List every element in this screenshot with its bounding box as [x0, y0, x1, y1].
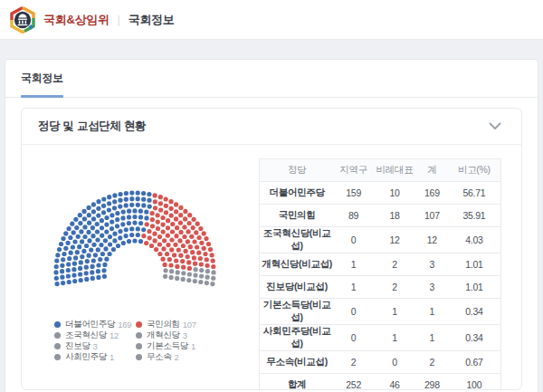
seat-dot: [188, 244, 193, 249]
seat-dot: [178, 213, 183, 217]
legend-seat-count: 3: [183, 330, 187, 340]
seat-dot: [186, 254, 190, 259]
seat-dot: [87, 253, 91, 258]
seat-dot: [164, 210, 168, 215]
party-name-cell: 기본소득당(비교섭): [260, 299, 335, 325]
seat-dot: [118, 205, 122, 209]
seat-dot: [153, 193, 157, 197]
seat-dot: [104, 215, 109, 220]
seat-dot: [127, 215, 131, 219]
seat-dot: [205, 269, 210, 273]
seat-dot: [173, 243, 177, 247]
seat-dot: [203, 252, 207, 256]
value-cell: 100: [448, 374, 501, 391]
value-cell: 107: [416, 205, 448, 227]
seat-dot: [163, 263, 167, 267]
value-cell: 0: [334, 325, 373, 351]
seat-dot: [57, 247, 62, 252]
assembly-logo-icon[interactable]: [9, 6, 36, 33]
seat-dot: [124, 227, 129, 232]
seat-dot: [198, 256, 203, 261]
seat-dot: [161, 246, 166, 251]
party-table-body: 더불어민주당1591016956.71국민의힘891810735.91조국혁신당…: [260, 182, 501, 391]
seat-dot: [145, 222, 149, 226]
party-name-cell: 무소속(비교섭): [260, 351, 335, 374]
collapse-toggle-button[interactable]: [485, 119, 505, 134]
seat-dot: [119, 192, 123, 196]
header-page-title[interactable]: 국회정보: [129, 12, 175, 28]
seat-dot: [60, 263, 64, 268]
seat-dot: [129, 203, 134, 207]
seat-dot: [132, 238, 137, 243]
seat-dot: [53, 270, 58, 274]
seat-dot: [100, 218, 104, 223]
legend-color-dot: [54, 343, 61, 349]
value-cell: 0.34: [448, 325, 501, 351]
seat-dot: [136, 191, 140, 196]
seat-dot: [147, 229, 151, 234]
seat-dot: [127, 239, 131, 244]
seat-dot: [138, 209, 143, 214]
seat-dot: [190, 250, 195, 254]
party-name-cell: 개혁신당(비교섭): [260, 253, 335, 276]
seat-dot: [211, 276, 215, 281]
seat-dot: [101, 210, 106, 215]
seat-dot: [90, 225, 95, 230]
seat-dot: [147, 198, 151, 203]
value-cell: 1: [373, 299, 416, 325]
value-cell: 89: [334, 205, 373, 227]
seat-dot: [141, 191, 146, 196]
seat-dot: [66, 262, 71, 266]
seat-dot: [112, 199, 117, 204]
seat-dot: [186, 239, 190, 244]
seat-dot: [103, 238, 108, 243]
seat-dot: [102, 263, 107, 267]
seat-dot: [100, 225, 104, 230]
seat-dot: [172, 253, 176, 257]
seat-dot: [205, 275, 210, 280]
seat-dot: [96, 269, 100, 273]
legend-color-dot: [54, 321, 61, 328]
seat-dot: [192, 217, 196, 222]
seat-dot: [81, 249, 86, 253]
seat-dot: [144, 215, 148, 220]
seat-dot: [91, 258, 96, 263]
seat-dot: [87, 221, 91, 225]
seat-dot: [181, 271, 186, 275]
seat-dot: [95, 229, 100, 234]
seat-dot: [61, 257, 65, 262]
seat-dot: [86, 230, 90, 234]
seat-dot: [141, 234, 146, 238]
legend-color-dot: [54, 354, 61, 360]
seat-dot: [76, 234, 81, 239]
seat-dot: [157, 252, 162, 256]
value-cell: 10: [373, 182, 416, 205]
seat-dot: [100, 252, 105, 256]
seat-dot: [198, 280, 203, 284]
seat-dot: [124, 197, 129, 202]
seat-dot: [193, 262, 197, 266]
seat-dot: [82, 209, 87, 214]
brand-title[interactable]: 국회&상임위: [43, 12, 110, 28]
tab-assembly-info[interactable]: 국회정보: [21, 60, 63, 97]
seat-dot: [71, 244, 75, 249]
seat-dot: [182, 234, 186, 239]
seat-dot: [70, 222, 74, 226]
seat-dot: [153, 238, 157, 243]
seat-dot: [187, 266, 192, 271]
seat-dot: [78, 266, 82, 271]
parliament-chart-section: 더불어민주당169국민의힘107조국혁신당12개혁신당3진보당3기본소득당1사회…: [22, 145, 259, 362]
card-header: 정당 및 교섭단체 현황: [22, 109, 521, 145]
party-name-cell: 합계: [260, 374, 335, 391]
seat-dot: [75, 250, 80, 254]
seat-dot: [66, 241, 71, 245]
table-row: 개혁신당(비교섭)1231.01: [260, 253, 501, 276]
seat-dot: [116, 244, 120, 248]
seat-dot: [149, 244, 154, 248]
column-header: 비례대표: [373, 159, 416, 182]
legend-seat-count: 107: [183, 320, 196, 330]
seat-dot: [118, 229, 122, 234]
seat-dot: [90, 276, 95, 281]
card-title: 정당 및 교섭단체 현황: [38, 119, 146, 134]
seat-dot: [175, 264, 179, 269]
